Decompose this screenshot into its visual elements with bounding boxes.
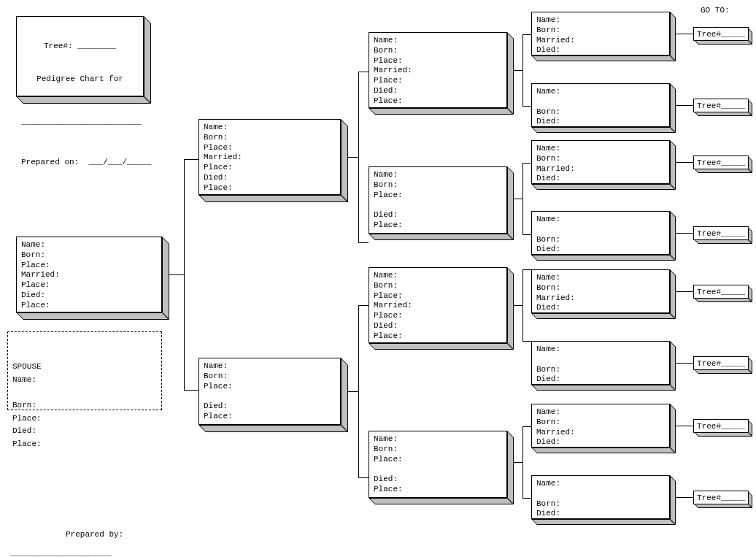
footer-prepared-by: Prepared by: <box>66 530 123 539</box>
goto-tree-6[interactable]: Tree#_____ <box>693 356 749 370</box>
spouse-body: Name: Born: Place: Died: Place: <box>12 374 157 451</box>
spouse-title: SPOUSE <box>12 361 157 374</box>
goto-tree-5[interactable]: Tree#_____ <box>693 285 749 299</box>
goto-tree-8[interactable]: Tree#_____ <box>693 491 749 504</box>
footer-line: _____________________ <box>10 549 112 557</box>
person-gen2-father: Name: Born: Place: Married: Place: Died:… <box>198 119 341 195</box>
person-gen3-3: Name: Born: Place: Married: Place: Died:… <box>369 267 507 343</box>
person-gen4-4: Name: Born: Died: <box>531 211 670 255</box>
person-gen4-7: Name: Born: Married: Died: <box>531 404 670 447</box>
person-gen3-4: Name: Born: Place: Died: Place: <box>369 431 507 498</box>
header-title: Pedigree Chart for <box>21 74 139 85</box>
person-gen1: Name: Born: Place: Married: Place: Died:… <box>16 237 162 312</box>
person-gen4-3: Name: Born: Married: Died: <box>531 140 670 184</box>
person-gen4-1: Name: Born: Married: Died: <box>531 12 670 55</box>
goto-tree-4[interactable]: Tree#_____ <box>693 226 749 240</box>
person-gen3-2: Name: Born: Place: Died: Place: <box>369 166 507 234</box>
goto-label: GO TO: <box>701 6 730 15</box>
person-gen4-8: Name: Born: Died: <box>531 475 670 519</box>
header-box: Tree#: ________ Pedigree Chart for _____… <box>16 16 144 96</box>
person-gen4-5: Name: Born: Married: Died: <box>531 269 670 313</box>
header-tree-no: Tree#: ________ <box>21 42 139 52</box>
goto-tree-3[interactable]: Tree#_____ <box>693 155 749 169</box>
goto-tree-2[interactable]: Tree#_____ <box>693 99 749 112</box>
person-gen4-2: Name: Born: Died: <box>531 83 670 127</box>
person-gen3-1: Name: Born: Place: Married: Place: Died:… <box>369 32 507 108</box>
person-gen2-mother: Name: Born: Place: Died: Place: <box>198 358 341 425</box>
header-name-line: _________________________ <box>21 118 139 128</box>
person-gen4-6: Name: Born: Died: <box>531 341 670 385</box>
goto-tree-7[interactable]: Tree#_____ <box>693 419 749 433</box>
goto-tree-1[interactable]: Tree#_____ <box>693 27 749 41</box>
header-prepared-on: Prepared on: ___/___/_____ <box>21 158 139 168</box>
spouse-box: SPOUSEName: Born: Place: Died: Place: <box>7 331 162 410</box>
